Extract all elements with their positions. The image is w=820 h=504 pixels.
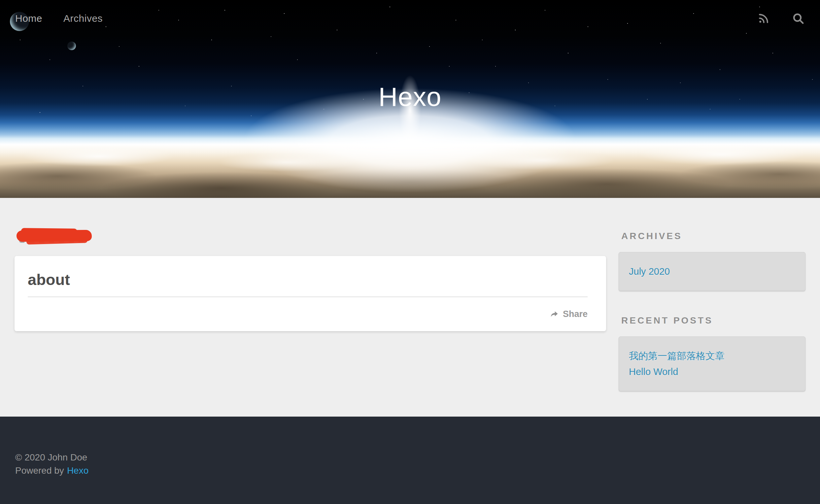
page-footer: © 2020 John Doe Powered byHexo — [0, 417, 820, 504]
recent-post-link-2[interactable]: Hello World — [629, 364, 795, 380]
powered-by-line: Powered byHexo — [15, 464, 805, 477]
hero-banner: Home Archives Hexo — [0, 0, 820, 198]
nav-link-archives[interactable]: Archives — [63, 13, 103, 24]
small-moon-icon — [67, 42, 76, 50]
share-icon — [550, 310, 559, 319]
hexo-link[interactable]: Hexo — [67, 465, 88, 476]
search-icon[interactable] — [792, 12, 805, 25]
recent-post-link-1[interactable]: 我的第一篇部落格文章 — [629, 348, 795, 364]
copyright-text: © 2020 John Doe — [15, 451, 805, 464]
archive-link-july-2020[interactable]: July 2020 — [629, 264, 795, 279]
share-label: Share — [563, 309, 587, 319]
archives-heading: ARCHIVES — [621, 231, 805, 241]
nav-link-home[interactable]: Home — [15, 13, 42, 24]
recent-posts-box: 我的第一篇部落格文章 Hello World — [619, 336, 805, 391]
post-title[interactable]: about — [28, 270, 587, 297]
site-title: Hexo — [0, 82, 820, 112]
share-button[interactable]: Share — [550, 309, 587, 319]
post-card: about Share — [15, 256, 606, 331]
sidebar: ARCHIVES July 2020 RECENT POSTS 我的第一篇部落格… — [619, 230, 805, 417]
rss-icon[interactable] — [757, 12, 770, 25]
post-date-redacted — [16, 230, 606, 249]
archives-box: July 2020 — [619, 252, 805, 291]
main-column: about Share — [15, 230, 606, 417]
main-navigation: Home Archives — [0, 0, 820, 25]
share-row: Share — [28, 309, 587, 319]
powered-by-text: Powered by — [15, 465, 64, 476]
recent-posts-heading: RECENT POSTS — [621, 315, 805, 326]
red-scribble-redaction — [16, 230, 92, 242]
content-area: about Share ARCHIVES July 2020 RECENT PO… — [0, 198, 820, 417]
